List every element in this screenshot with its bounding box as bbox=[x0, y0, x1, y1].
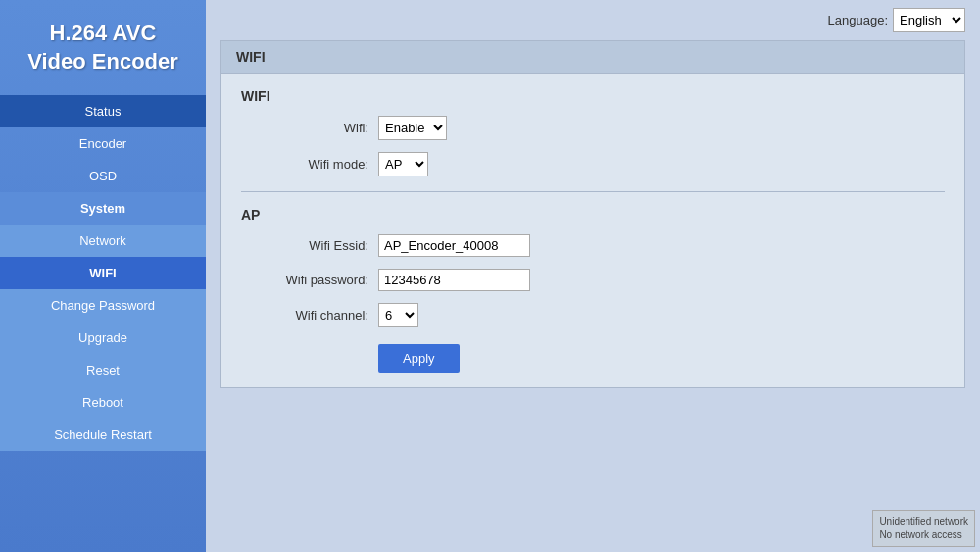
sidebar-section-system: System bbox=[0, 192, 206, 225]
wifi-essid-group: Wifi Essid: bbox=[241, 234, 945, 257]
language-select[interactable]: English Chinese bbox=[893, 8, 965, 32]
sidebar-item-reboot[interactable]: Reboot bbox=[0, 386, 206, 419]
sidebar-item-wifi[interactable]: WIFI bbox=[0, 257, 206, 289]
content-header: WIFI bbox=[221, 41, 964, 74]
sidebar-item-encoder[interactable]: Encoder bbox=[0, 127, 206, 160]
wifi-enable-group: Wifi: Enable Disable bbox=[241, 116, 945, 140]
wifi-label: Wifi: bbox=[241, 121, 368, 135]
wifi-password-group: Wifi password: bbox=[241, 269, 945, 291]
content-body: WIFI Wifi: Enable Disable Wifi mode: AP … bbox=[221, 74, 964, 387]
apply-button[interactable]: Apply bbox=[378, 344, 460, 373]
wifi-essid-label: Wifi Essid: bbox=[241, 238, 368, 253]
content-area: WIFI WIFI Wifi: Enable Disable Wifi mode… bbox=[220, 40, 965, 388]
ap-section-title: AP bbox=[241, 207, 945, 223]
wifi-channel-group: Wifi channel: 12345 67891011 bbox=[241, 303, 945, 327]
wifi-password-label: Wifi password: bbox=[241, 273, 368, 287]
main-content: Language: English Chinese WIFI WIFI Wifi… bbox=[206, 0, 980, 552]
wifi-channel-label: Wifi channel: bbox=[241, 308, 368, 323]
wifi-mode-label: Wifi mode: bbox=[241, 157, 368, 172]
wifi-mode-group: Wifi mode: AP STA bbox=[241, 152, 945, 176]
sidebar-nav: Status Encoder OSD System Network WIFI C… bbox=[0, 95, 206, 451]
sidebar: H.264 AVC Video Encoder Status Encoder O… bbox=[0, 0, 206, 552]
sidebar-item-change-password[interactable]: Change Password bbox=[0, 289, 206, 322]
network-badge-line2: No network access bbox=[879, 528, 968, 542]
sidebar-item-network[interactable]: Network bbox=[0, 225, 206, 257]
wifi-section-title: WIFI bbox=[241, 88, 945, 104]
ap-section: AP Wifi Essid: Wifi password: Wifi chann… bbox=[241, 207, 945, 373]
app-logo: H.264 AVC Video Encoder bbox=[18, 10, 188, 95]
top-bar: Language: English Chinese bbox=[206, 0, 980, 40]
sidebar-item-status[interactable]: Status bbox=[0, 95, 206, 127]
sidebar-item-osd[interactable]: OSD bbox=[0, 160, 206, 192]
wifi-enable-select[interactable]: Enable Disable bbox=[378, 116, 447, 140]
wifi-essid-input[interactable] bbox=[378, 234, 530, 257]
section-divider bbox=[241, 191, 945, 192]
wifi-mode-select[interactable]: AP STA bbox=[378, 152, 428, 176]
wifi-password-input[interactable] bbox=[378, 269, 530, 291]
sidebar-item-reset[interactable]: Reset bbox=[0, 354, 206, 386]
wifi-channel-select[interactable]: 12345 67891011 bbox=[378, 303, 418, 327]
network-badge-line1: Unidentified network bbox=[879, 515, 968, 528]
language-label: Language: bbox=[828, 13, 888, 27]
network-badge: Unidentified network No network access bbox=[872, 510, 975, 547]
sidebar-item-schedule-restart[interactable]: Schedule Restart bbox=[0, 419, 206, 451]
sidebar-item-upgrade[interactable]: Upgrade bbox=[0, 322, 206, 354]
